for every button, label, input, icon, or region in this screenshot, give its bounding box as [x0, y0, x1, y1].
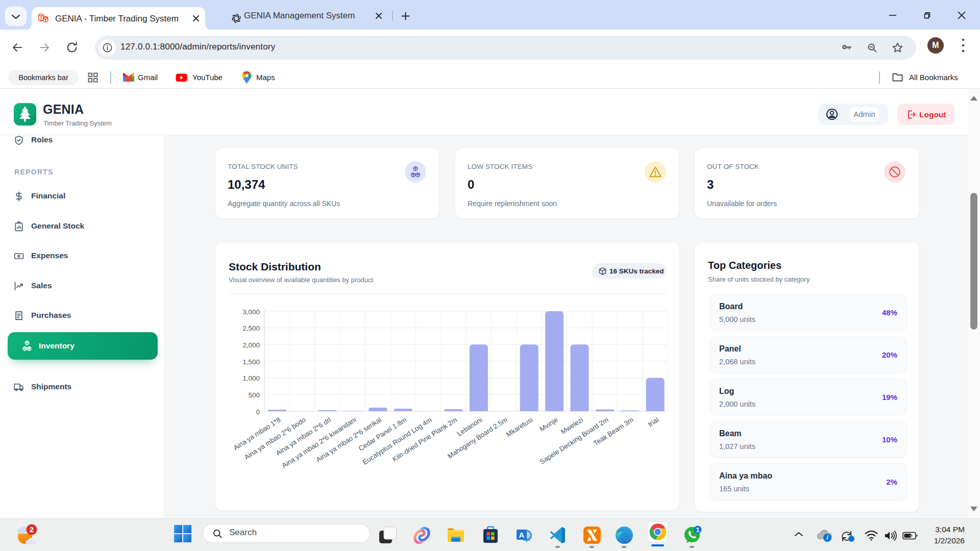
svg-text:1: 1 [696, 526, 699, 534]
svg-text:0: 0 [256, 408, 260, 416]
svg-text:Mkaretusi: Mkaretusi [505, 416, 534, 438]
svg-text:2,000: 2,000 [242, 341, 260, 349]
svg-text:2,500: 2,500 [242, 324, 260, 332]
svg-text:1,000: 1,000 [242, 374, 260, 382]
svg-text:trial: trial [647, 416, 660, 428]
svg-text:Mvinje: Mvinje [538, 416, 559, 433]
svg-text:1,500: 1,500 [242, 358, 260, 366]
svg-text:3,000: 3,000 [242, 308, 260, 316]
svg-text:A: A [519, 531, 525, 539]
svg-text:500: 500 [248, 391, 260, 399]
svg-text:2: 2 [30, 525, 34, 534]
